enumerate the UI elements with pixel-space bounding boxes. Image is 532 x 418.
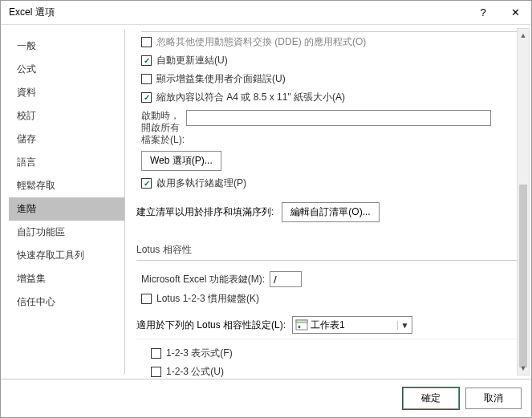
sidebar-item-language[interactable]: 語言	[9, 151, 124, 174]
help-button[interactable]: ?	[467, 1, 499, 25]
checkbox-123-expression[interactable]	[151, 348, 161, 359]
sidebar-item-customize-ribbon[interactable]: 自訂功能區	[9, 221, 124, 244]
sidebar-item-quick-access[interactable]: 快速存取工具列	[9, 244, 124, 267]
checkbox-123-formula[interactable]	[151, 367, 161, 377]
sheet-selected-label: 工作表1	[311, 319, 397, 332]
checkbox-lotus-keyboard[interactable]	[141, 294, 152, 304]
ok-button[interactable]: 確定	[403, 388, 459, 409]
label-menu-key: Microsoft Excel 功能表鍵(M):	[141, 273, 265, 286]
sidebar-item-general[interactable]: 一般	[9, 34, 124, 58]
checkbox-fit-paper[interactable]	[141, 92, 152, 103]
label-multithread: 啟用多執行緒處理(P)	[156, 177, 246, 190]
input-open-all-path[interactable]	[186, 110, 491, 126]
section-header-lotus: Lotus 相容性	[136, 240, 520, 261]
label-lotus-applies-to: 適用於下列的 Lotus 相容性設定(L):	[136, 319, 286, 332]
label-custom-sort-lists: 建立清單以用於排序和填滿序列:	[136, 205, 274, 219]
checkbox-auto-update-links[interactable]	[141, 55, 152, 66]
input-menu-key[interactable]	[270, 271, 302, 287]
dialog-title: Excel 選項	[9, 6, 467, 19]
scroll-down-icon: ▼	[518, 362, 529, 375]
checkbox-multithread[interactable]	[141, 178, 152, 189]
chevron-down-icon: ▼	[397, 321, 412, 330]
close-button[interactable]: ✕	[499, 1, 531, 25]
sidebar-item-addins[interactable]: 增益集	[9, 267, 124, 290]
sidebar-item-trust-center[interactable]: 信任中心	[9, 290, 124, 314]
label-show-addin-errors: 顯示增益集使用者介面錯誤(U)	[156, 72, 286, 86]
category-sidebar: 一般 公式 資料 校訂 儲存 語言 輕鬆存取 進階 自訂功能區 快速存取工具列 …	[9, 30, 125, 374]
sidebar-item-advanced[interactable]: 進階	[9, 197, 124, 221]
sidebar-item-formulas[interactable]: 公式	[9, 58, 124, 81]
web-options-button[interactable]: Web 選項(P)...	[141, 151, 221, 171]
label-123-formula: 1-2-3 公式(U)	[166, 365, 224, 379]
sidebar-item-data[interactable]: 資料	[9, 81, 124, 104]
label-123-expression: 1-2-3 表示式(F)	[166, 347, 233, 360]
svg-rect-1	[296, 320, 307, 323]
label-open-all-at-startup: 啟動時，開啟所有檔案於(L):	[141, 110, 186, 146]
label-ignore-dde: 忽略其他使用動態資料交換 (DDE) 的應用程式(O)	[156, 35, 366, 49]
sidebar-item-save[interactable]: 儲存	[9, 128, 124, 151]
label-fit-paper: 縮放內容以符合 A4 或 8.5 x 11" 紙張大小(A)	[156, 91, 345, 104]
sidebar-item-proofing[interactable]: 校訂	[9, 104, 124, 128]
edit-custom-lists-button[interactable]: 編輯自訂清單(O)...	[282, 202, 379, 222]
sidebar-item-accessibility[interactable]: 輕鬆存取	[9, 174, 124, 197]
label-auto-update-links: 自動更新連結(U)	[156, 54, 228, 67]
worksheet-icon	[295, 319, 308, 331]
sheet-combobox[interactable]: 工作表1 ▼	[292, 316, 412, 334]
checkbox-ignore-dde[interactable]	[141, 37, 152, 47]
label-lotus-keyboard: Lotus 1-2-3 慣用鍵盤(K)	[156, 292, 259, 306]
scroll-up-icon: ▲	[518, 29, 529, 42]
cancel-button[interactable]: 取消	[465, 388, 522, 409]
checkbox-show-addin-errors[interactable]	[141, 74, 152, 84]
scroll-thumb[interactable]	[519, 185, 527, 367]
vertical-scrollbar[interactable]: ▲ ▼	[517, 28, 530, 375]
options-panel: 忽略其他使用動態資料交換 (DDE) 的應用程式(O) 自動更新連結(U) 顯示…	[125, 25, 531, 379]
